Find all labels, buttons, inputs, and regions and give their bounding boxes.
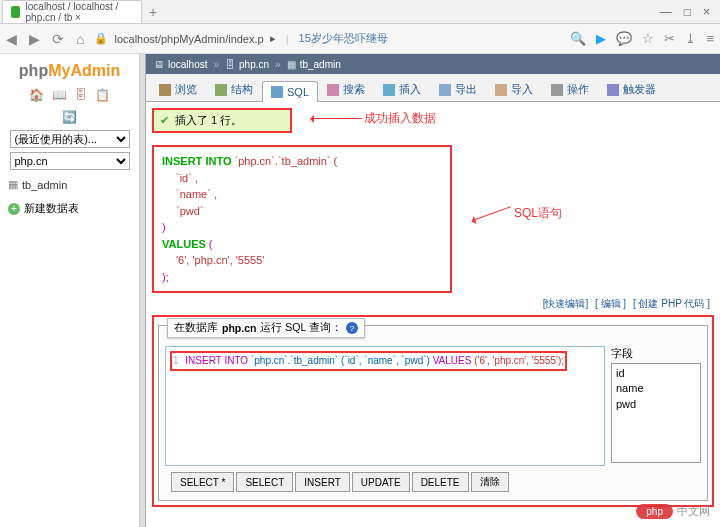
annotation-sql: SQL语句 (472, 205, 562, 222)
field-item[interactable]: id (616, 366, 696, 381)
tree-item-label: tb_admin (22, 179, 67, 191)
sql-kw-values: VALUES (162, 238, 206, 250)
check-icon: ✔ (160, 114, 169, 127)
sql-query-display: INSERT INTO `php.cn`.`tb_admin` ( `id` ,… (152, 145, 452, 293)
link-quick-edit[interactable]: [快速编辑] (543, 298, 589, 309)
success-message: ✔ 插入了 1 行。 (152, 108, 292, 133)
sql-editor[interactable]: 1 INSERT INTO `php.cn`.`tb_admin` (`id`,… (165, 346, 605, 466)
ed-cols: (`id`, `name`, `pwd`) (341, 355, 430, 366)
cut-icon[interactable]: ✂ (664, 31, 675, 46)
sql-paren2: ( (206, 238, 213, 250)
breadcrumb: 🖥 localhost » 🗄 php.cn » ▦ tb_admin (146, 54, 720, 74)
table-tree: ▦ tb_admin (2, 174, 137, 195)
field-item[interactable]: name (616, 381, 696, 396)
chat-icon[interactable]: 💬 (616, 31, 632, 46)
field-item[interactable]: pwd (616, 397, 696, 412)
crumb-db[interactable]: php.cn (239, 59, 269, 70)
btn-select[interactable]: SELECT (236, 472, 293, 492)
watermark: php 中文网 (636, 504, 710, 519)
tab-browse[interactable]: 浏览 (150, 77, 206, 101)
main-tabs: 浏览 结构 SQL 搜索 插入 导出 导入 操作 触发器 (146, 74, 720, 102)
tab-search[interactable]: 搜索 (318, 77, 374, 101)
download-icon[interactable]: ⤓ (685, 31, 696, 46)
browser-tab[interactable]: localhost / localhost / php.cn / tb × (2, 0, 142, 23)
promo-link[interactable]: 15岁少年恐吓继母 (299, 31, 388, 46)
query-head-prefix: 在数据库 (174, 321, 218, 335)
table-crumb-icon: ▦ (287, 59, 296, 70)
home-icon[interactable]: 🏠 (29, 88, 44, 102)
struct-icon (215, 84, 227, 96)
refresh-icon[interactable]: 🔄 (62, 110, 77, 124)
query-panel: 在数据库 php.cn 运行 SQL 查询： ? 1 INSERT INTO `… (158, 325, 708, 501)
nav-buttons: ◀ ▶ ⟳ ⌂ (6, 31, 84, 47)
sql-col-pwd: `pwd` (176, 205, 204, 217)
new-table-button[interactable]: + 新建数据表 (2, 199, 137, 218)
tree-item-tb-admin[interactable]: ▦ tb_admin (8, 178, 131, 191)
tab-export-label: 导出 (455, 82, 477, 97)
minimize-button[interactable]: — (660, 5, 672, 19)
db-icon[interactable]: 🗄 (75, 88, 87, 102)
crumb-sep2: » (275, 59, 281, 70)
logo-myadmin: MyAdmin (48, 62, 120, 79)
sidebar: phpMyAdmin 🏠 📖 🗄 📋 🔄 (最近使用的表)... php.cn … (0, 54, 140, 527)
search-icon[interactable]: 🔍 (570, 31, 586, 46)
link-create-php[interactable]: [ 创建 PHP 代码 ] (633, 298, 710, 309)
star-icon[interactable]: ☆ (642, 31, 654, 46)
app-body: phpMyAdmin 🏠 📖 🗄 📋 🔄 (最近使用的表)... php.cn … (0, 54, 720, 527)
new-tab-button[interactable]: + (142, 4, 164, 20)
back-button[interactable]: ◀ (6, 31, 17, 47)
sql-values: '6', 'php.cn', '5555' (176, 254, 264, 266)
editor-highlight: 1 INSERT INTO `php.cn`.`tb_admin` (`id`,… (170, 351, 567, 371)
fields-list[interactable]: id name pwd (611, 363, 701, 463)
forward-button[interactable]: ▶ (29, 31, 40, 47)
server-icon: 🖥 (154, 59, 164, 70)
tab-operations[interactable]: 操作 (542, 77, 598, 101)
menu-icon[interactable]: ≡ (706, 31, 714, 46)
tab-triggers[interactable]: 触发器 (598, 77, 665, 101)
browser-tab-strip: localhost / localhost / php.cn / tb × + … (0, 0, 720, 24)
database-select[interactable]: php.cn (10, 152, 130, 170)
recent-tables-select[interactable]: (最近使用的表)... (10, 130, 130, 148)
btn-delete[interactable]: DELETE (412, 472, 469, 492)
btn-insert[interactable]: INSERT (295, 472, 350, 492)
tab-structure[interactable]: 结构 (206, 77, 262, 101)
tab-import[interactable]: 导入 (486, 77, 542, 101)
sql-template-buttons: SELECT * SELECT INSERT UPDATE DELETE 清除 (165, 470, 605, 494)
crumb-host[interactable]: localhost (168, 59, 207, 70)
lock-icon: 🔒 (94, 32, 108, 45)
maximize-button[interactable]: □ (684, 5, 691, 19)
tab-struct-label: 结构 (231, 82, 253, 97)
btn-select-all[interactable]: SELECT * (171, 472, 234, 492)
url-sep: | (286, 33, 289, 45)
trig-icon (607, 84, 619, 96)
tab-export[interactable]: 导出 (430, 77, 486, 101)
play-icon[interactable]: ▶ (596, 31, 606, 46)
tab-insert[interactable]: 插入 (374, 77, 430, 101)
link-edit[interactable]: [ 编辑 ] (595, 298, 626, 309)
query-head-suffix: 运行 SQL 查询： (260, 321, 341, 335)
sql-icon[interactable]: 📋 (95, 88, 110, 102)
annotation-sql-text: SQL语句 (514, 205, 562, 222)
docs-icon[interactable]: 📖 (52, 88, 67, 102)
plus-icon: + (8, 203, 20, 215)
success-text: 插入了 1 行。 (175, 113, 242, 128)
btn-clear[interactable]: 清除 (471, 472, 509, 492)
sql-paren1: ) (162, 221, 166, 233)
home-button[interactable]: ⌂ (76, 31, 84, 47)
table-icon: ▦ (8, 178, 18, 191)
close-button[interactable]: × (703, 5, 710, 19)
btn-update[interactable]: UPDATE (352, 472, 410, 492)
tab-sql[interactable]: SQL (262, 81, 318, 102)
sql-col-id: `id` , (176, 172, 198, 184)
crumb-table[interactable]: tb_admin (300, 59, 341, 70)
arrow-icon2 (473, 206, 511, 221)
toolbar-right: 🔍 ▶ 💬 ☆ ✂ ⤓ ≡ (570, 31, 714, 46)
help-icon[interactable]: ? (346, 322, 358, 334)
line-number: 1 (173, 355, 179, 366)
reload-button[interactable]: ⟳ (52, 31, 64, 47)
url-bar[interactable]: 🔒 localhost/phpMyAdmin/index.p ▸ | 15岁少年… (94, 31, 560, 46)
action-links: [快速编辑] [ 编辑 ] [ 创建 PHP 代码 ] (154, 297, 712, 311)
watermark-text: 中文网 (677, 504, 710, 519)
database-icon: 🗄 (225, 59, 235, 70)
tab-insert-label: 插入 (399, 82, 421, 97)
